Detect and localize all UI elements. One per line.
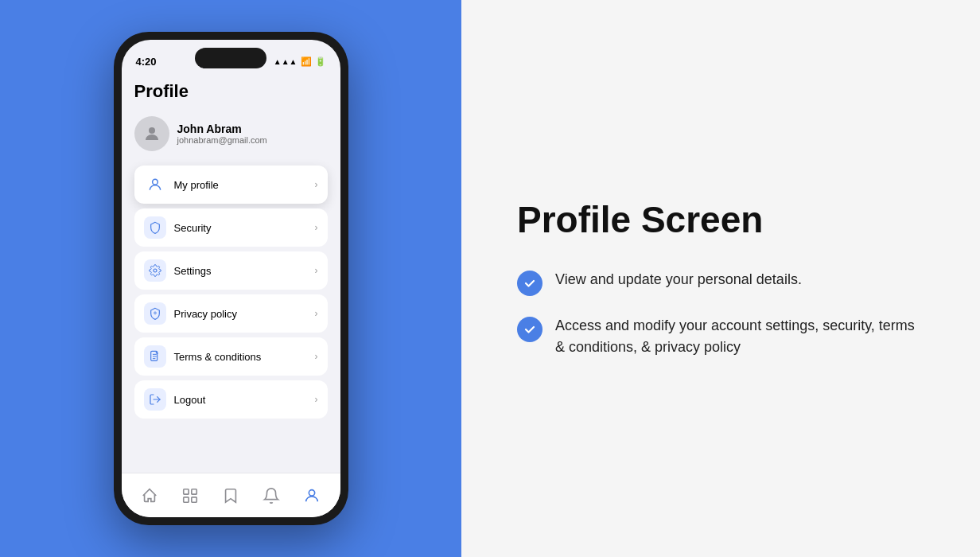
person-icon — [147, 177, 163, 193]
page-title: Profile Screen — [517, 199, 924, 241]
nav-save-icon[interactable] — [222, 487, 239, 504]
svg-point-0 — [149, 127, 155, 134]
settings-label: Settings — [174, 265, 212, 277]
user-name: John Abram — [177, 123, 267, 135]
status-icons: ▲▲▲ 📶 🔋 — [274, 56, 326, 67]
status-time: 4:20 — [136, 56, 157, 68]
menu-item-settings[interactable]: Settings › — [134, 251, 328, 290]
security-chevron: › — [315, 222, 318, 233]
settings-icon-wrap — [144, 259, 166, 282]
privacy-chevron: › — [315, 308, 318, 319]
my-profile-label: My profile — [174, 179, 219, 191]
logout-icon-wrap — [144, 388, 166, 411]
phone-frame: 4:20 ▲▲▲ 📶 🔋 Profile — [114, 32, 348, 525]
phone-screen: 4:20 ▲▲▲ 📶 🔋 Profile — [122, 40, 340, 517]
svg-point-1 — [152, 179, 158, 185]
check-icon-1 — [517, 271, 542, 296]
screen-heading: Profile — [134, 81, 328, 102]
nav-profile-icon[interactable] — [303, 487, 321, 504]
user-card: John Abram johnabram@gmail.com — [134, 113, 328, 154]
security-icon-wrap — [144, 216, 166, 239]
signal-icon: ▲▲▲ — [274, 57, 298, 66]
menu-item-privacy[interactable]: Privacy policy › — [134, 294, 328, 333]
svg-rect-8 — [184, 497, 189, 501]
terms-icon-wrap — [144, 345, 166, 368]
logout-chevron: › — [315, 394, 318, 405]
settings-chevron: › — [315, 265, 318, 276]
nav-explore-icon[interactable] — [181, 487, 199, 504]
wifi-icon: 📶 — [301, 56, 312, 67]
terms-chevron: › — [315, 351, 318, 362]
check-icon-2 — [517, 317, 542, 342]
my-profile-icon-wrap — [144, 173, 166, 196]
feature-item-2: Access and modify your account settings,… — [517, 315, 924, 358]
screen-content: Profile John Abram johnabram@gmail.com — [122, 75, 340, 419]
menu-item-logout[interactable]: Logout › — [134, 380, 328, 419]
svg-point-10 — [309, 489, 314, 495]
svg-rect-7 — [192, 489, 196, 493]
logout-icon — [149, 393, 161, 406]
menu-item-terms[interactable]: Terms & conditions › — [134, 337, 328, 376]
my-profile-chevron: › — [315, 179, 318, 190]
avatar-icon — [142, 124, 161, 143]
svg-rect-9 — [192, 497, 196, 501]
left-panel: 4:20 ▲▲▲ 📶 🔋 Profile — [0, 0, 461, 557]
svg-point-3 — [154, 312, 156, 314]
privacy-label: Privacy policy — [174, 308, 237, 320]
svg-point-2 — [154, 269, 157, 272]
dynamic-island — [195, 48, 266, 68]
battery-icon: 🔋 — [315, 56, 326, 67]
feature-item-1: View and update your personal details. — [517, 269, 924, 296]
security-label: Security — [174, 222, 212, 234]
feature-text-1: View and update your personal details. — [555, 269, 802, 290]
menu-item-my-profile[interactable]: My profile › — [134, 166, 328, 204]
gear-icon — [149, 264, 161, 277]
privacy-shield-icon — [149, 307, 161, 320]
shield-icon — [149, 221, 161, 234]
svg-rect-6 — [184, 489, 189, 493]
feature-list: View and update your personal details. A… — [517, 269, 924, 358]
privacy-icon-wrap — [144, 302, 166, 325]
logout-label: Logout — [174, 394, 206, 406]
right-panel: Profile Screen View and update your pers… — [461, 0, 980, 557]
user-info: John Abram johnabram@gmail.com — [177, 123, 267, 145]
user-email: johnabram@gmail.com — [177, 135, 267, 145]
menu-item-security[interactable]: Security › — [134, 208, 328, 247]
bottom-nav — [122, 473, 340, 517]
feature-text-2: Access and modify your account settings,… — [555, 315, 921, 358]
avatar — [134, 116, 169, 151]
nav-home-icon[interactable] — [141, 487, 158, 504]
terms-label: Terms & conditions — [174, 351, 262, 363]
nav-notifications-icon[interactable] — [262, 487, 280, 504]
document-icon — [149, 350, 161, 363]
